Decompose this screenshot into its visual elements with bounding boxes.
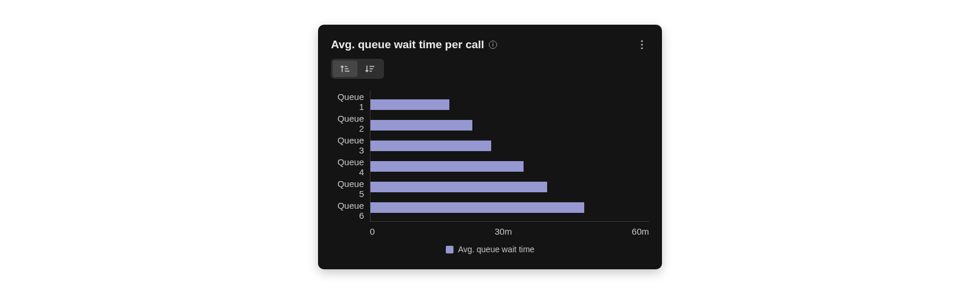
legend-label: Avg. queue wait time: [458, 245, 535, 254]
sort-descending-button[interactable]: [357, 61, 382, 77]
sort-asc-icon: [340, 65, 350, 73]
y-axis-label: Queue 1: [331, 91, 370, 112]
legend: Avg. queue wait time: [331, 245, 649, 254]
bar[interactable]: [370, 202, 584, 213]
sort-desc-icon: [365, 65, 375, 73]
bar-row: [370, 197, 649, 218]
y-axis-label: Queue 4: [331, 157, 370, 178]
chart-area: Queue 1 Queue 2 Queue 3 Queue 4 Queue 5 …: [331, 91, 649, 260]
y-axis-labels: Queue 1 Queue 2 Queue 3 Queue 4 Queue 5 …: [331, 91, 370, 222]
bar[interactable]: [370, 161, 524, 172]
title-group: Avg. queue wait time per call i: [331, 38, 497, 51]
sort-ascending-button[interactable]: [333, 61, 357, 77]
chart-card: Avg. queue wait time per call i: [318, 25, 662, 269]
svg-point-0: [641, 40, 643, 42]
y-axis-label: Queue 5: [331, 179, 370, 199]
legend-swatch: [446, 246, 453, 253]
y-axis-label: Queue 3: [331, 135, 370, 155]
bars-zone: Queue 1 Queue 2 Queue 3 Queue 4 Queue 5 …: [331, 91, 649, 222]
card-header: Avg. queue wait time per call i: [331, 38, 649, 52]
info-icon[interactable]: i: [489, 41, 497, 49]
more-options-button[interactable]: [635, 38, 649, 52]
bar[interactable]: [370, 99, 449, 110]
svg-point-1: [641, 44, 643, 45]
x-tick: 60m: [632, 226, 649, 236]
bar[interactable]: [370, 141, 491, 151]
card-title: Avg. queue wait time per call: [331, 38, 484, 51]
bar-row: [370, 176, 649, 197]
sort-toggle-group: [331, 59, 384, 79]
bar-row: [370, 156, 649, 176]
bar[interactable]: [370, 182, 547, 192]
bar-row: [370, 94, 649, 115]
svg-point-2: [641, 47, 643, 49]
x-axis: 0 30m 60m: [331, 226, 649, 236]
x-tick: 30m: [495, 226, 512, 236]
bar-row: [370, 115, 649, 135]
y-axis-label: Queue 6: [331, 201, 370, 221]
x-axis-ticks: 0 30m 60m: [370, 226, 649, 236]
plot-area: [370, 91, 649, 222]
x-tick: 0: [370, 226, 375, 236]
y-axis-label: Queue 2: [331, 113, 370, 133]
bar[interactable]: [370, 120, 472, 131]
bar-row: [370, 135, 649, 156]
